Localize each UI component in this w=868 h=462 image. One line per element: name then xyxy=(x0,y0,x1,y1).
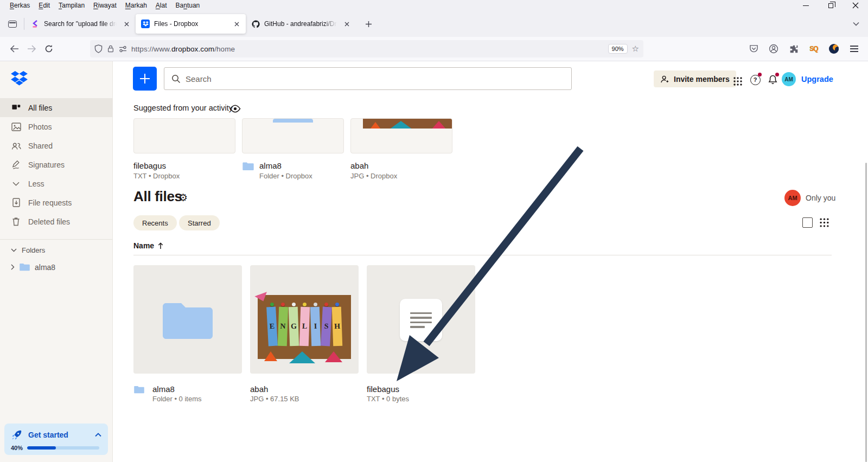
menu-hamburger-icon[interactable] xyxy=(845,40,863,57)
sidebar-item-photos[interactable]: Photos xyxy=(0,117,112,136)
zoom-level-badge[interactable]: 90% xyxy=(608,44,628,54)
navbar-extensions: SQ xyxy=(745,40,863,57)
menu-tampilan[interactable]: Tampilan xyxy=(54,1,89,10)
menu-edit[interactable]: Edit xyxy=(34,1,54,10)
account-icon[interactable] xyxy=(765,40,782,57)
folder-icon xyxy=(242,161,254,171)
suggested-card-abah[interactable]: abah JPG • Dropbox xyxy=(350,118,452,180)
file-name[interactable]: abah xyxy=(250,384,268,394)
tab-close-icon[interactable] xyxy=(121,18,132,29)
tab-close-icon[interactable] xyxy=(341,18,352,29)
sidebar-folder-alma8[interactable]: alma8 xyxy=(11,262,55,272)
file-name[interactable]: alma8 xyxy=(152,384,175,394)
pocket-icon[interactable] xyxy=(745,40,762,57)
get-started-percent: 40% xyxy=(11,445,23,451)
image-thumbnail: E N G L I S H xyxy=(250,265,359,374)
sidebar-folders-toggle[interactable]: Folders xyxy=(11,246,45,254)
extension-swirl-icon[interactable] xyxy=(825,40,843,57)
search-bar[interactable] xyxy=(164,67,572,90)
file-meta: TXT • 0 bytes xyxy=(367,395,409,403)
invite-members-button[interactable]: Invite members xyxy=(654,70,736,87)
reload-button[interactable] xyxy=(40,40,58,57)
tab-search[interactable]: Search for "upload file dropbox xyxy=(25,14,136,34)
search-input[interactable] xyxy=(186,74,564,84)
sidebar-item-all-files[interactable]: All files xyxy=(0,98,112,117)
rocket-icon xyxy=(11,429,23,441)
chevron-up-icon[interactable] xyxy=(95,433,101,437)
menu-riwayat[interactable]: Riwayat xyxy=(89,1,121,10)
forward-button[interactable] xyxy=(23,40,40,57)
url-bar[interactable]: https://www.dropbox.com/home 90% ☆ xyxy=(90,40,643,57)
lock-icon[interactable] xyxy=(107,44,114,53)
upgrade-link[interactable]: Upgrade xyxy=(801,75,833,84)
menu-markah[interactable]: Markah xyxy=(121,1,151,10)
suggested-card-filebagus[interactable]: filebagus TXT • Dropbox xyxy=(133,118,235,180)
select-all-checkbox[interactable] xyxy=(802,217,813,228)
sidebar-item-label: Photos xyxy=(28,123,52,131)
file-name[interactable]: filebagus xyxy=(367,384,399,394)
folders-heading: Folders xyxy=(22,246,45,254)
tab-title: Search for "upload file dropbox xyxy=(44,20,117,28)
folder-name: alma8 xyxy=(259,161,344,170)
sidebar-item-shared[interactable]: Shared xyxy=(0,136,112,155)
bookmark-star-icon[interactable]: ☆ xyxy=(632,44,639,54)
dropbox-logo-icon[interactable] xyxy=(11,71,28,86)
file-card-filebagus[interactable] xyxy=(367,265,475,374)
file-request-icon xyxy=(11,197,21,208)
menu-berkas[interactable]: Berkas xyxy=(5,1,34,10)
get-started-panel[interactable]: Get started 40% xyxy=(4,424,108,455)
gear-icon[interactable]: ⚙ xyxy=(178,191,188,203)
firefox-view-button[interactable] xyxy=(4,16,21,32)
folder-icon xyxy=(133,385,145,394)
menu-alat[interactable]: Alat xyxy=(151,1,171,10)
help-icon[interactable] xyxy=(749,73,762,86)
suggested-card-alma8[interactable]: alma8 Folder • Dropbox xyxy=(242,118,344,180)
sidebar-item-less[interactable]: Less xyxy=(0,174,112,193)
tab-github[interactable]: GitHub - andreafabrizi/Dropbox xyxy=(246,14,356,34)
chevron-down-icon xyxy=(11,178,21,189)
invite-members-label: Invite members xyxy=(674,75,730,84)
eye-icon[interactable] xyxy=(229,105,241,113)
user-avatar[interactable]: AM xyxy=(782,72,796,86)
filter-starred[interactable]: Starred xyxy=(179,215,220,230)
grid-view-icon[interactable] xyxy=(820,218,829,227)
create-plus-button[interactable] xyxy=(133,67,157,91)
list-all-tabs-button[interactable] xyxy=(848,16,864,31)
notifications-bell-icon[interactable] xyxy=(766,73,779,86)
sort-by-name[interactable]: Name xyxy=(133,241,163,250)
back-button[interactable] xyxy=(5,40,23,57)
extension-sq-icon[interactable]: SQ xyxy=(805,40,822,57)
sidebar-item-file-requests[interactable]: File requests xyxy=(0,193,112,212)
search-icon xyxy=(171,74,181,84)
browser-menubar: Berkas Edit Tampilan Riwayat Markah Alat… xyxy=(0,0,868,11)
url-text[interactable]: https://www.dropbox.com/home xyxy=(131,45,235,53)
new-tab-button[interactable] xyxy=(360,16,376,32)
permissions-icon[interactable] xyxy=(119,46,127,53)
sidebar-item-label: File requests xyxy=(28,198,72,207)
menu-bantuan[interactable]: Bantuan xyxy=(171,1,205,10)
restore-button[interactable] xyxy=(818,0,843,11)
close-button[interactable] xyxy=(843,0,868,11)
filter-recents[interactable]: Recents xyxy=(133,215,177,230)
file-card-abah[interactable]: E N G L I S H xyxy=(250,265,359,374)
sidebar-item-signatures[interactable]: Signatures xyxy=(0,155,112,174)
owner-avatar[interactable]: AM xyxy=(784,190,801,206)
get-started-label: Get started xyxy=(28,431,90,439)
file-thumbnail xyxy=(133,118,235,153)
shield-icon[interactable] xyxy=(94,44,103,53)
sidebar-item-deleted-files[interactable]: Deleted files xyxy=(0,212,112,231)
tab-files-dropbox[interactable]: Files - Dropbox xyxy=(136,14,246,34)
shared-people-icon xyxy=(11,140,21,151)
apps-grid-icon[interactable] xyxy=(731,75,744,88)
extensions-puzzle-icon[interactable] xyxy=(785,40,802,57)
file-card-alma8[interactable] xyxy=(133,265,242,374)
folder-name: alma8 xyxy=(35,263,55,272)
minimize-button[interactable] xyxy=(793,0,818,11)
page-title: All files xyxy=(133,188,182,205)
tab-close-icon[interactable] xyxy=(231,18,242,29)
dropbox-favicon-icon xyxy=(141,20,150,28)
text-file-icon xyxy=(400,299,442,341)
page-scrollbar[interactable] xyxy=(865,163,867,462)
window-controls xyxy=(793,0,868,11)
sidebar-item-label: Signatures xyxy=(28,161,65,169)
